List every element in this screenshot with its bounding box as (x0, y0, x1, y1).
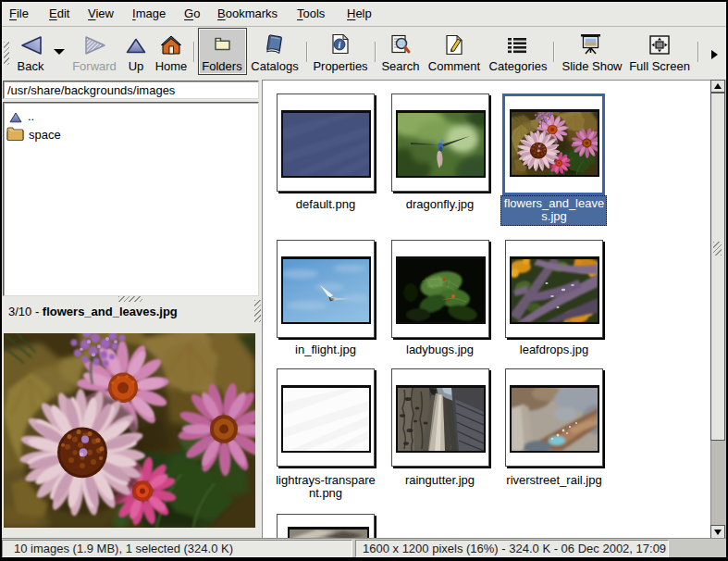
svg-text:i: i (339, 40, 341, 50)
